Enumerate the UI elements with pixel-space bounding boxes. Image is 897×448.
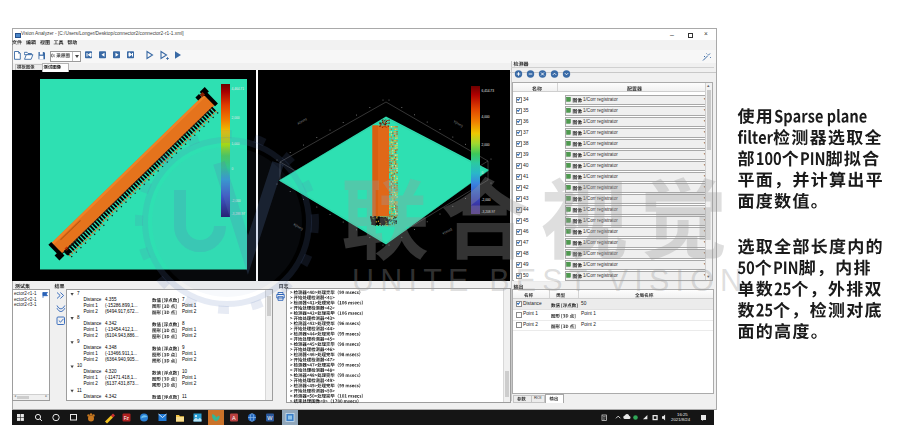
svg-text:A: A <box>232 415 236 421</box>
svg-text:W: W <box>267 415 273 421</box>
svg-text:Fz: Fz <box>124 416 130 421</box>
